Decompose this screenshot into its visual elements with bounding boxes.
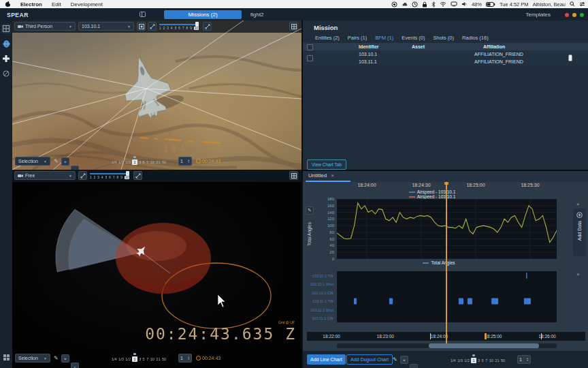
spotlight-search-icon[interactable] (570, 1, 575, 7)
minimize-window-button[interactable] (572, 13, 576, 17)
speed-option[interactable]: 5 (143, 356, 145, 362)
speed-option[interactable]: 1 (132, 356, 137, 362)
frame-entity-icon[interactable] (137, 22, 146, 31)
expand-arrows-icon[interactable] (148, 22, 157, 31)
speed-option[interactable]: 21 (495, 358, 499, 363)
close-window-button[interactable] (565, 13, 569, 17)
menubar-clock[interactable]: Tue 4:52 PM (500, 1, 529, 7)
viewport-grid-icon[interactable] (289, 171, 298, 180)
lod-tick[interactable]: 5 (105, 176, 108, 179)
add-data-tab[interactable]: Add Data (573, 209, 586, 256)
wifi-icon[interactable] (440, 1, 446, 7)
time-cursor[interactable] (446, 182, 447, 343)
speed-option[interactable]: 7 (146, 159, 148, 165)
camera-mode-select[interactable]: Third Person▼ (14, 22, 76, 31)
speed-option[interactable]: 50 (162, 159, 166, 165)
close-line-chart-icon[interactable]: × (576, 201, 580, 207)
step-back-button[interactable]: ‹ (71, 363, 79, 368)
volume-icon[interactable] (461, 1, 468, 7)
edit-axis-icon[interactable]: ✎ (306, 206, 314, 215)
speed-option[interactable]: 3 (139, 159, 141, 165)
speed-option[interactable]: 1/3 (118, 356, 124, 362)
lod-tick[interactable]: 6 (178, 27, 180, 30)
speed-option[interactable]: 21 (156, 356, 160, 362)
step-back-button[interactable]: ‹ (71, 166, 79, 170)
globe-3d-icon[interactable] (1, 39, 11, 48)
speed-option[interactable]: 1 (132, 159, 137, 165)
expand-arrows-icon-2[interactable] (133, 171, 142, 180)
speed-option[interactable]: 1/4 (112, 159, 117, 165)
time-machine-icon[interactable] (412, 1, 418, 7)
selection-dropdown[interactable]: Selection▼ (15, 157, 50, 166)
lod-tick[interactable]: 3 (97, 176, 99, 179)
menubar-user[interactable]: Albiston, Beau (533, 1, 566, 7)
speed-option[interactable]: 1/2 (464, 358, 470, 363)
lod-tick[interactable]: 2 (94, 176, 96, 179)
viewport-3d-free[interactable]: Free▼ 12345678910 Grid @ UF 00:24:43.635… (12, 170, 301, 368)
edit-pencil-icon[interactable]: ✎ (393, 356, 397, 363)
display-mirroring-icon[interactable] (451, 1, 457, 7)
edit-pencil-icon[interactable]: ✎ (54, 355, 59, 361)
menu-app[interactable]: Electron (20, 1, 42, 7)
bluetooth-icon[interactable] (431, 1, 436, 7)
speed-option[interactable]: 1/2 (125, 356, 131, 362)
selection-dropdown[interactable]: Selection▼ (15, 354, 50, 363)
speed-option[interactable]: 1 (471, 358, 476, 363)
speed-option[interactable]: 1/4 (451, 358, 456, 363)
multiplier-spinner[interactable]: 1▲▼ (178, 157, 192, 166)
speed-option[interactable]: 5 (482, 358, 484, 363)
menu-edit[interactable]: Edit (52, 1, 61, 7)
orbit-tool-icon[interactable] (1, 69, 11, 78)
control-center-icon[interactable] (579, 1, 585, 7)
speed-option[interactable]: 7 (485, 358, 487, 363)
speed-option[interactable]: 1/2 (125, 159, 131, 165)
menu-development[interactable]: Development (71, 1, 103, 7)
app-status-icon[interactable] (402, 1, 408, 7)
edit-pencil-icon[interactable]: ✎ (54, 158, 59, 164)
apple-menu-icon[interactable] (5, 1, 11, 7)
sidebar-toggle-icon[interactable] (140, 12, 146, 17)
lod-tick[interactable]: 9 (120, 176, 122, 179)
multiplier-spinner[interactable]: 1▲▼ (178, 354, 192, 363)
lod-tick[interactable]: 1 (90, 176, 92, 179)
skip-start-button[interactable]: « (61, 157, 69, 166)
add-panel-icon[interactable] (1, 54, 11, 63)
entity-select[interactable]: 103.10.1▼ (78, 22, 134, 31)
speed-option[interactable]: 1/3 (457, 358, 463, 363)
speed-option[interactable]: 10 (150, 356, 154, 362)
scrollbar-thumb[interactable] (429, 343, 539, 348)
table-row[interactable]: 103.11.1AFFILIATION_FRIEND (303, 58, 588, 65)
timeline-scrollbar[interactable] (337, 343, 557, 348)
skip-start-button[interactable]: « (400, 356, 408, 364)
speed-option[interactable]: 10 (489, 358, 493, 363)
speed-option[interactable]: 50 (162, 356, 166, 362)
screen-record-icon[interactable] (391, 1, 397, 7)
lod-slider[interactable]: 12345678910 (159, 21, 199, 32)
multiplier-spinner[interactable]: 1▲▼ (517, 355, 531, 364)
close-dugout-chart-icon[interactable]: × (576, 271, 580, 277)
speed-option[interactable]: 7 (146, 356, 148, 362)
lod-tick[interactable]: 8 (186, 27, 189, 30)
tab-flight[interactable]: fight2 (250, 12, 264, 18)
lod-tick[interactable]: 7 (113, 176, 115, 179)
camera-mode-select[interactable]: Free▼ (14, 171, 76, 180)
skip-start-button[interactable]: « (61, 354, 69, 363)
lod-tick[interactable]: 9 (190, 27, 192, 30)
speed-option[interactable]: 10 (150, 159, 154, 165)
table-row[interactable]: 103.10.1AFFILIATION_FRIEND (303, 50, 588, 58)
zoom-window-button[interactable] (580, 13, 584, 17)
expand-arrows-icon[interactable] (78, 171, 87, 180)
close-tab-icon[interactable]: × (331, 172, 334, 179)
speed-option[interactable]: 3 (139, 356, 141, 362)
viewport-grid-icon[interactable] (289, 22, 298, 31)
lod-tick[interactable]: 6 (109, 176, 111, 179)
templates-button[interactable]: Templates (526, 12, 551, 18)
speed-option[interactable]: 5 (143, 159, 145, 165)
lod-tick[interactable]: 4 (101, 176, 103, 179)
chart-tab-untitled[interactable]: Untitled× (306, 172, 337, 179)
lod-tick[interactable]: 7 (182, 27, 184, 30)
add-line-chart-button[interactable]: Add Line Chart (307, 354, 346, 365)
speed-option[interactable]: 1/4 (112, 356, 117, 362)
speed-option[interactable]: 50 (501, 358, 505, 363)
speed-option[interactable]: 1/3 (118, 159, 124, 165)
